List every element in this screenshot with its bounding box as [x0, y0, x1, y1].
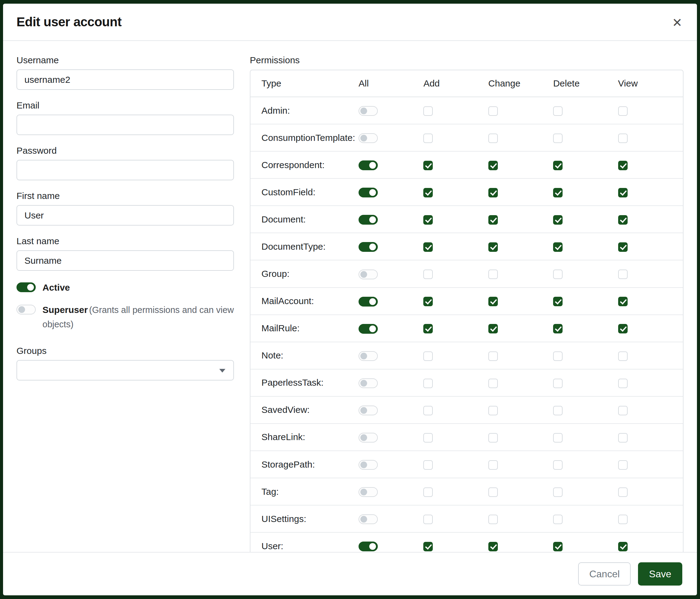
permission-view-checkbox[interactable] [618, 324, 628, 333]
permission-change-checkbox[interactable] [489, 460, 498, 470]
permission-change-checkbox[interactable] [489, 269, 498, 279]
active-toggle[interactable] [17, 282, 36, 292]
permission-all-toggle[interactable] [358, 269, 378, 279]
permission-add-checkbox[interactable] [423, 379, 433, 388]
permission-all-toggle[interactable] [358, 351, 378, 361]
permission-all-toggle[interactable] [358, 378, 378, 388]
permission-delete-checkbox[interactable] [553, 406, 562, 415]
permission-change-checkbox[interactable] [489, 324, 498, 333]
permission-type-label: PaperlessTask: [250, 369, 358, 396]
permission-change-checkbox[interactable] [489, 161, 498, 170]
permission-all-toggle[interactable] [358, 324, 378, 334]
permission-view-checkbox[interactable] [618, 106, 628, 116]
permission-delete-checkbox[interactable] [553, 161, 562, 170]
permission-type-label: MailRule: [250, 314, 358, 342]
permission-add-checkbox[interactable] [423, 106, 433, 116]
permission-view-checkbox[interactable] [618, 269, 628, 279]
permission-all-toggle[interactable] [358, 542, 378, 551]
permission-view-checkbox[interactable] [618, 352, 628, 361]
permission-delete-checkbox[interactable] [553, 106, 562, 116]
permission-add-checkbox[interactable] [423, 324, 433, 333]
permission-all-toggle[interactable] [358, 406, 378, 415]
permission-delete-checkbox[interactable] [553, 242, 562, 252]
permission-all-toggle[interactable] [358, 188, 378, 197]
permission-delete-checkbox[interactable] [553, 460, 562, 470]
permission-view-checkbox[interactable] [618, 542, 628, 551]
permission-change-checkbox[interactable] [489, 379, 498, 388]
permission-all-toggle[interactable] [358, 487, 378, 497]
password-field[interactable] [17, 160, 234, 180]
permission-delete-checkbox[interactable] [553, 188, 562, 197]
permission-view-checkbox[interactable] [618, 514, 628, 524]
permission-delete-checkbox[interactable] [553, 542, 562, 551]
permission-add-checkbox[interactable] [423, 242, 433, 252]
permission-delete-checkbox[interactable] [553, 379, 562, 388]
permission-add-checkbox[interactable] [423, 188, 433, 197]
permission-view-checkbox[interactable] [618, 242, 628, 252]
permission-delete-checkbox[interactable] [553, 297, 562, 306]
permission-delete-checkbox[interactable] [553, 324, 562, 333]
permission-view-checkbox[interactable] [618, 433, 628, 442]
permission-change-checkbox[interactable] [489, 487, 498, 497]
permission-view-checkbox[interactable] [618, 161, 628, 170]
permission-add-checkbox[interactable] [423, 514, 433, 524]
groups-select[interactable] [17, 360, 234, 381]
permission-view-checkbox[interactable] [618, 406, 628, 415]
last-name-field[interactable] [17, 250, 234, 271]
permission-all-toggle[interactable] [358, 242, 378, 252]
permission-all-toggle[interactable] [358, 297, 378, 307]
permission-add-checkbox[interactable] [423, 297, 433, 306]
permission-all-toggle[interactable] [358, 133, 378, 143]
permission-all-toggle[interactable] [358, 514, 378, 524]
permission-add-checkbox[interactable] [423, 269, 433, 279]
permission-add-checkbox[interactable] [423, 460, 433, 470]
permission-delete-checkbox[interactable] [553, 514, 562, 524]
permission-all-toggle[interactable] [358, 106, 378, 116]
email-field[interactable] [17, 115, 234, 135]
save-button[interactable]: Save [638, 562, 682, 585]
permission-add-checkbox[interactable] [423, 542, 433, 551]
groups-input[interactable] [17, 360, 234, 381]
permission-delete-checkbox[interactable] [553, 269, 562, 279]
permission-change-checkbox[interactable] [489, 297, 498, 306]
first-name-field[interactable] [17, 205, 234, 225]
permission-change-checkbox[interactable] [489, 542, 498, 551]
permission-view-checkbox[interactable] [618, 134, 628, 143]
permission-view-checkbox[interactable] [618, 460, 628, 470]
permission-add-checkbox[interactable] [423, 433, 433, 442]
permission-change-checkbox[interactable] [489, 106, 498, 116]
permissions-table: Type All Add Change Delete View Admin:Co… [250, 70, 683, 552]
superuser-toggle[interactable] [17, 305, 36, 314]
permission-add-checkbox[interactable] [423, 134, 433, 143]
permission-change-checkbox[interactable] [489, 242, 498, 252]
permission-delete-checkbox[interactable] [553, 134, 562, 143]
permission-all-toggle[interactable] [358, 460, 378, 470]
permission-change-checkbox[interactable] [489, 352, 498, 361]
close-icon[interactable]: ✕ [671, 15, 683, 30]
permission-change-checkbox[interactable] [489, 134, 498, 143]
permission-change-checkbox[interactable] [489, 514, 498, 524]
permission-add-checkbox[interactable] [423, 215, 433, 224]
permission-delete-checkbox[interactable] [553, 487, 562, 497]
permission-all-toggle[interactable] [358, 215, 378, 224]
permission-view-checkbox[interactable] [618, 379, 628, 388]
permission-delete-checkbox[interactable] [553, 215, 562, 224]
permission-view-checkbox[interactable] [618, 487, 628, 497]
permission-delete-checkbox[interactable] [553, 352, 562, 361]
permission-add-checkbox[interactable] [423, 352, 433, 361]
cancel-button[interactable]: Cancel [578, 562, 631, 585]
username-field[interactable] [17, 69, 234, 90]
permission-view-checkbox[interactable] [618, 215, 628, 224]
permission-add-checkbox[interactable] [423, 161, 433, 170]
permission-change-checkbox[interactable] [489, 188, 498, 197]
permission-add-checkbox[interactable] [423, 406, 433, 415]
permission-view-checkbox[interactable] [618, 188, 628, 197]
permission-change-checkbox[interactable] [489, 215, 498, 224]
permission-all-toggle[interactable] [358, 161, 378, 170]
permission-view-checkbox[interactable] [618, 297, 628, 306]
permission-change-checkbox[interactable] [489, 433, 498, 442]
permission-all-toggle[interactable] [358, 433, 378, 442]
permission-change-checkbox[interactable] [489, 406, 498, 415]
permission-delete-checkbox[interactable] [553, 433, 562, 442]
permission-add-checkbox[interactable] [423, 487, 433, 497]
